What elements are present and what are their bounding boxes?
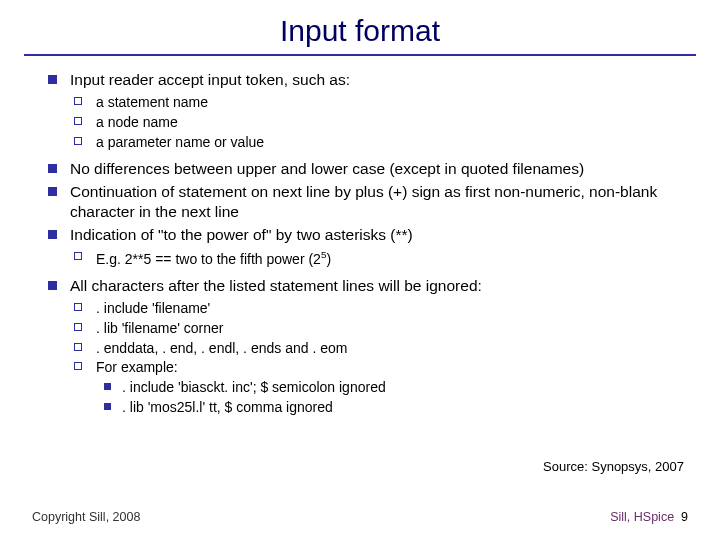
- bullet-5-sub-1: . include 'filename': [74, 299, 688, 318]
- power-example-pre: E.g. 2**5 == two to the fifth power (2: [96, 251, 321, 267]
- title-divider: [24, 54, 696, 56]
- power-example-post: ): [326, 251, 331, 267]
- page-number: 9: [681, 510, 688, 524]
- bullet-2: No differences between upper and lower c…: [48, 159, 688, 180]
- copyright-text: Copyright Sill, 2008: [32, 510, 140, 524]
- bullet-5-sub-2: . lib 'filename' corner: [74, 319, 688, 338]
- slide-title: Input format: [0, 0, 720, 54]
- bullet-1-sub-3: a parameter name or value: [74, 133, 688, 152]
- bullet-5: All characters after the listed statemen…: [48, 276, 688, 297]
- bullet-4-sub-1: E.g. 2**5 == two to the fifth power (25): [74, 248, 688, 269]
- bullet-5-sub-4: For example:: [74, 358, 688, 377]
- series-label: Sill, HSpice: [610, 510, 674, 524]
- bullet-5-example-1: . include 'biasckt. inc'; $ semicolon ig…: [104, 378, 688, 397]
- slide-body: Input reader accept input token, such as…: [0, 70, 720, 417]
- bullet-3: Continuation of statement on next line b…: [48, 182, 688, 224]
- bullet-1-sub-2: a node name: [74, 113, 688, 132]
- footer-right: Sill, HSpice 9: [610, 510, 688, 524]
- bullet-1-sub-1: a statement name: [74, 93, 688, 112]
- source-attribution: Source: Synopsys, 2007: [543, 459, 684, 474]
- bullet-4: Indication of "to the power of" by two a…: [48, 225, 688, 246]
- bullet-5-sub-3: . enddata, . end, . endl, . ends and . e…: [74, 339, 688, 358]
- bullet-1: Input reader accept input token, such as…: [48, 70, 688, 91]
- bullet-5-example-2: . lib 'mos25l.l' tt, $ comma ignored: [104, 398, 688, 417]
- slide-footer: Copyright Sill, 2008 Sill, HSpice 9: [0, 510, 720, 524]
